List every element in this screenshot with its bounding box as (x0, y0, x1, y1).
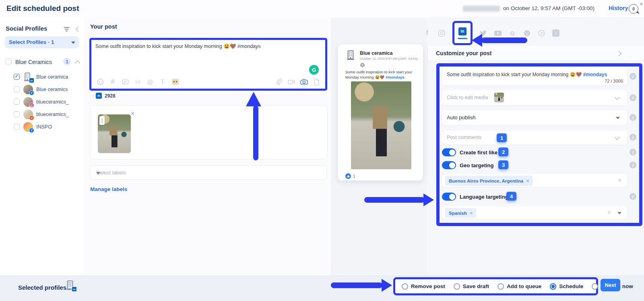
history-link[interactable]: History (609, 5, 628, 11)
media-attachments-card (90, 105, 328, 160)
geo-tag-row[interactable]: Buenos Aires Province, Argentina (442, 174, 627, 187)
remove-tag-icon[interactable] (526, 178, 529, 183)
youtube-icon[interactable] (494, 29, 502, 37)
group-checkbox[interactable] (6, 58, 12, 64)
labels-placeholder: Select labels (96, 170, 126, 176)
bottom-action-bar: Selected profiles Remove post Save draft… (0, 276, 644, 301)
page-title: Edit scheduled post (6, 4, 79, 13)
social-network-bar (423, 18, 559, 48)
remove-tag-icon[interactable] (470, 210, 473, 216)
customize-header[interactable]: Customize your post (427, 46, 644, 61)
language-tag-chip[interactable]: Spanish (445, 208, 476, 218)
profile-name: Blue ceramica (36, 74, 68, 80)
chevron-right-icon[interactable] (616, 51, 621, 56)
clear-field-icon[interactable] (618, 177, 621, 184)
close-icon[interactable] (640, 1, 643, 7)
radio-icon-selected[interactable] (550, 283, 556, 290)
publish-mode-value: Auto publish (447, 114, 476, 120)
saved-replies-icon[interactable] (120, 77, 130, 87)
next-button[interactable]: Next (601, 279, 620, 291)
profile-row-linkedin[interactable]: Blue ceramica (0, 72, 85, 83)
profile-checkbox[interactable] (14, 124, 20, 130)
google-icon[interactable] (509, 29, 516, 37)
publish-mode-select[interactable]: Auto publish (442, 110, 627, 125)
reddit-icon[interactable] (523, 29, 530, 37)
select-profiles-dropdown[interactable]: Select Profiles · 1 (5, 36, 79, 48)
geo-targeting-toggle[interactable] (442, 161, 456, 169)
post-comments-row[interactable]: Post comments 1 (442, 131, 627, 145)
facebook-badge-icon (29, 90, 34, 95)
profile-checkbox[interactable] (14, 111, 20, 117)
annotation-arrow-right-head (423, 193, 434, 206)
profile-checkbox[interactable] (14, 99, 20, 105)
info-icon[interactable] (630, 193, 636, 200)
profile-row-google-business[interactable]: blueceramics_ (0, 109, 85, 120)
manage-labels-link[interactable]: Manage labels (90, 186, 127, 192)
radio-icon[interactable] (497, 283, 504, 290)
group-name: Blue Ceramics (15, 59, 52, 65)
preview-hashtag: #mondays (386, 75, 405, 79)
labels-select[interactable]: Select labels (90, 165, 327, 180)
radio-icon[interactable] (454, 283, 460, 290)
profile-checkbox[interactable] (14, 86, 20, 92)
radio-remove-post[interactable]: Remove post (402, 283, 445, 290)
language-targeting-toggle[interactable] (442, 193, 456, 201)
edit-media-label: Click to edit media (447, 95, 488, 100)
profile-checkbox[interactable] (14, 74, 20, 80)
remove-media-icon[interactable] (131, 110, 134, 117)
clear-field-icon[interactable] (607, 210, 611, 216)
geo-tag-chip[interactable]: Buenos Aires Province, Argentina (445, 176, 533, 186)
edit-media-row[interactable]: Click to edit media (442, 90, 627, 105)
pinterest-icon[interactable] (538, 29, 545, 37)
profile-row-inspo[interactable]: INSPO (0, 122, 85, 133)
profile-row-facebook[interactable]: Blue ceramics (0, 84, 85, 95)
info-icon[interactable] (630, 149, 636, 156)
select-profiles-label: Select Profiles · 1 (9, 39, 54, 45)
info-icon[interactable] (630, 73, 636, 80)
mention-icon[interactable] (145, 77, 155, 87)
filter-icon[interactable] (64, 26, 70, 33)
camera-icon[interactable] (299, 77, 309, 87)
media-mini-thumbnail[interactable] (494, 93, 504, 102)
info-icon[interactable] (630, 162, 636, 168)
geo-targeting-label: Geo targeting (460, 162, 494, 168)
hashtag-icon[interactable] (108, 77, 118, 87)
info-icon[interactable] (630, 134, 636, 141)
text-format-icon[interactable] (158, 77, 167, 87)
annotation-arrow-left-head (472, 34, 482, 47)
collapse-sidebar-icon[interactable] (76, 27, 81, 32)
post-text[interactable]: Some outfit inspiration to kick start yo… (95, 43, 321, 50)
media-menu-icon[interactable] (99, 116, 105, 125)
customize-title: Customize your post (436, 50, 491, 56)
video-icon[interactable] (287, 77, 296, 87)
ai-assistant-icon[interactable] (170, 77, 180, 87)
facebook-icon[interactable] (423, 29, 431, 37)
linkedin-tab-selected[interactable] (452, 21, 473, 45)
link-icon[interactable] (274, 77, 284, 87)
customize-text-card[interactable]: Some outfit inspiration to kick start yo… (442, 67, 627, 85)
grammarly-icon[interactable] (309, 65, 319, 75)
create-first-like-toggle[interactable] (442, 148, 456, 156)
post-text-editor[interactable]: Some outfit inspiration to kick start yo… (89, 38, 327, 91)
language-tag-row[interactable]: Spanish (442, 206, 627, 219)
linkedin-icon[interactable] (458, 27, 466, 35)
radio-schedule[interactable]: Schedule (550, 283, 583, 290)
radio-icon[interactable] (592, 283, 598, 290)
customize-post-text[interactable]: Some outfit inspiration to kick start yo… (447, 72, 607, 77)
profile-name: blueceramics_ (36, 112, 69, 117)
chevron-up-icon[interactable] (75, 60, 80, 66)
radio-save-draft[interactable]: Save draft (454, 283, 489, 290)
media-thumbnail[interactable] (98, 114, 131, 153)
tiktok-icon[interactable] (552, 29, 559, 37)
active-tab-indicator (458, 38, 467, 39)
file-icon[interactable] (312, 77, 321, 87)
radio-icon[interactable] (402, 283, 408, 290)
info-icon[interactable] (630, 94, 636, 101)
comments-bubble-icon[interactable]: 0 (629, 4, 638, 14)
snippet-icon[interactable] (133, 77, 142, 87)
profile-row-instagram[interactable]: blueceramics_ (0, 97, 85, 108)
emoji-icon[interactable] (95, 77, 105, 87)
radio-add-to-queue[interactable]: Add to queue (497, 283, 541, 290)
instagram-icon[interactable] (438, 29, 445, 37)
info-icon[interactable] (630, 114, 636, 121)
